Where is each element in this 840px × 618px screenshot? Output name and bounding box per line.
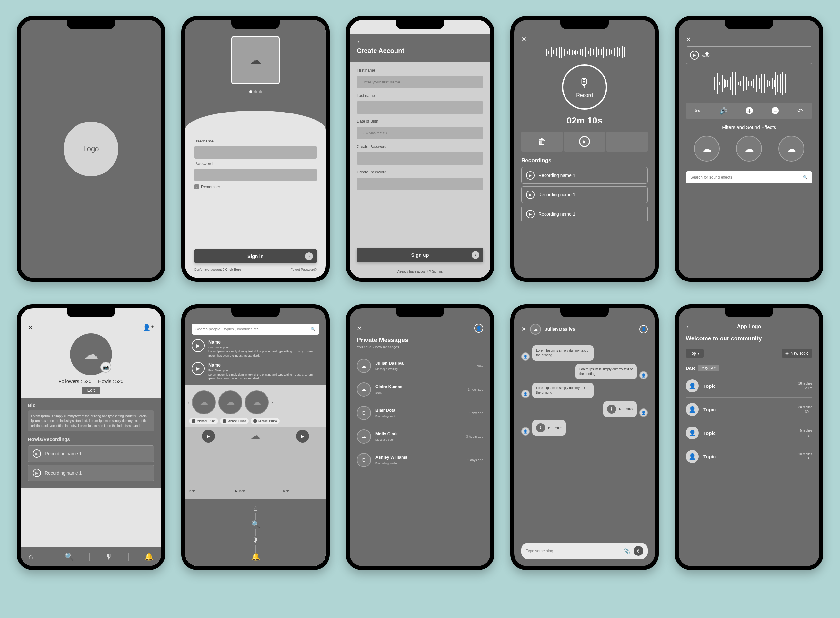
message-item[interactable]: ☁ Julian DasilvaMessage Waiting Now — [357, 354, 483, 378]
next-icon[interactable]: › — [271, 400, 273, 405]
profile-icon[interactable]: 👤 — [639, 325, 648, 333]
tab-record-icon[interactable]: 🎙 — [106, 553, 113, 561]
play-icon[interactable]: ▶ — [690, 51, 699, 59]
topic-item[interactable]: 👤 Topic 20 replies30 m — [686, 398, 812, 421]
play-icon[interactable]: ▶ — [33, 449, 41, 458]
filter-preset[interactable]: ☁ — [736, 136, 762, 162]
new-topic-button[interactable]: ✚ New Topic — [782, 349, 812, 358]
signin-link[interactable]: Already have account ? Sign in. — [357, 270, 483, 273]
sort-dropdown[interactable]: Top ▾ — [686, 349, 703, 358]
feed-post[interactable]: ▶ NamePost DescriptionLorem Ipsum is sim… — [192, 339, 319, 358]
recording-item[interactable]: ▶Recording name 1 — [521, 206, 648, 223]
topic-item[interactable]: 👤 Topic 5 replies2 h — [686, 421, 812, 445]
voice-message[interactable]: 🎙 ▶ 03:00 — [603, 401, 637, 417]
cut-icon[interactable]: ✂ — [695, 107, 701, 115]
message-input[interactable]: Type something 📎 🎙 — [521, 543, 648, 559]
tab-home-icon[interactable]: ⌂ — [253, 504, 258, 513]
username-input[interactable] — [194, 146, 317, 159]
message-item[interactable]: ☁ Molly ClarkMessage seen 3 hours ago — [357, 425, 483, 449]
date-dropdown[interactable]: May 13 ▾ — [698, 365, 719, 371]
prev-icon[interactable]: ‹ — [188, 400, 189, 405]
signin-button[interactable]: Sign in› — [194, 249, 317, 263]
waveform-editor[interactable] — [686, 69, 812, 98]
record-button[interactable]: 🎙 Record — [562, 64, 607, 110]
dob-input[interactable] — [357, 127, 483, 139]
avatar-icon: 👤 — [686, 379, 699, 392]
close-icon[interactable]: ✕ — [521, 325, 526, 333]
close-icon[interactable]: ✕ — [357, 324, 362, 332]
play-icon[interactable]: ▶ — [526, 210, 535, 218]
tab-home-icon[interactable]: ⌂ — [29, 553, 33, 561]
password2-input[interactable] — [357, 178, 483, 190]
firstname-input[interactable] — [357, 76, 483, 88]
user-chip[interactable]: Michael Bruno — [220, 418, 249, 424]
grid-item[interactable]: ▶Topic — [185, 426, 232, 496]
firstname-label: First name — [357, 68, 483, 73]
volume-icon[interactable]: 🔊 — [719, 107, 727, 115]
recording-item[interactable]: ▶Recording name 1 — [28, 465, 154, 481]
play-button[interactable]: ▶ — [564, 132, 605, 152]
lastname-input[interactable] — [357, 101, 483, 114]
tab-search-icon[interactable]: 🔍 — [65, 553, 73, 561]
message-item[interactable]: 🎙 Blair DotaRecording sent 1 day ago — [357, 401, 483, 425]
play-icon[interactable]: ▶ — [526, 171, 535, 180]
topic-item[interactable]: 👤 Topic 10 replies3 h — [686, 445, 812, 468]
tab-search-icon[interactable]: 🔍 — [251, 520, 260, 529]
recording-item[interactable]: ▶Recording name 1 — [521, 186, 648, 203]
profile-icon[interactable]: 👤 — [474, 324, 483, 333]
play-icon[interactable]: ▶ — [192, 362, 204, 375]
signup-button[interactable]: Sign up› — [357, 248, 483, 262]
back-icon[interactable]: ← — [686, 323, 692, 330]
story-item[interactable]: ☁ — [192, 391, 216, 414]
message-bubble: Lorem Ipsum is simply dummy text of the … — [575, 364, 637, 379]
tab-notifications-icon[interactable]: 🔔 — [144, 553, 153, 561]
close-icon[interactable]: ✕ — [521, 36, 648, 43]
avatar-icon: ☁ — [357, 359, 371, 373]
more-button[interactable] — [606, 132, 648, 152]
play-icon[interactable]: ▶ — [33, 469, 41, 477]
edit-button[interactable]: Edit — [82, 386, 100, 394]
audio-player[interactable]: ▶ 03:00 — [686, 46, 812, 64]
feed-post[interactable]: ▶ NamePost DescriptionLorem Ipsum is sim… — [192, 362, 319, 380]
story-item[interactable]: ☁ — [218, 391, 242, 414]
carousel-dots[interactable] — [249, 90, 262, 93]
play-icon[interactable]: ▶ — [192, 339, 204, 352]
undo-icon[interactable]: ↶ — [797, 107, 803, 115]
message-item[interactable]: ☁ Claire KumasSent 1 hour ago — [357, 378, 483, 401]
recording-item[interactable]: ▶Recording name 1 — [521, 167, 648, 184]
voice-message[interactable]: 🎙 ▶ 03:00 — [532, 420, 566, 435]
password1-input[interactable] — [357, 152, 483, 165]
remember-checkbox[interactable]: ✓Remember — [194, 184, 317, 189]
avatar-icon: ☁ — [357, 429, 371, 444]
password-input[interactable] — [194, 169, 317, 181]
close-icon[interactable]: ✕ — [686, 36, 812, 43]
grid-item[interactable]: ☁▶ Topic — [232, 426, 279, 496]
add-friend-icon[interactable]: 👤⁺ — [143, 324, 154, 331]
user-chip[interactable]: Michael Bruno — [251, 418, 280, 424]
message-item[interactable]: 🎙 Ashley WilliamsRecording waiting 2 day… — [357, 449, 483, 472]
create-account-link[interactable]: Don't have account ? Click Here — [194, 268, 241, 272]
remove-icon[interactable]: － — [771, 107, 779, 114]
back-icon[interactable]: ← — [357, 39, 483, 45]
attach-icon[interactable]: 📎 — [624, 548, 630, 554]
filter-preset[interactable]: ☁ — [778, 136, 804, 162]
tab-notifications-icon[interactable]: 🔔 — [251, 553, 260, 561]
story-item[interactable]: ☁ — [245, 391, 269, 414]
username-label: Username — [194, 139, 317, 143]
filter-preset[interactable]: ☁ — [694, 136, 720, 162]
add-icon[interactable]: ＋ — [746, 107, 753, 114]
search-effects-input[interactable]: Search for sound effects 🔍 — [686, 171, 812, 183]
recording-item[interactable]: ▶Recording name 1 — [28, 445, 154, 462]
play-icon[interactable]: ▶ — [526, 190, 535, 199]
grid-item[interactable]: ▶Topic — [279, 426, 326, 496]
forgot-password-link[interactable]: Forgot Password? — [290, 268, 317, 272]
close-icon[interactable]: ✕ — [28, 324, 33, 331]
topic-item[interactable]: 👤 Topic 16 replies20 m — [686, 374, 812, 398]
search-input[interactable]: Search people , topics , locations etc 🔍 — [192, 324, 319, 335]
tab-record-icon[interactable]: 🎙 — [252, 536, 259, 545]
user-chip[interactable]: Michael Bruno — [189, 418, 218, 424]
record-voice-button[interactable]: 🎙 — [633, 546, 643, 556]
delete-button[interactable]: 🗑 — [521, 132, 563, 152]
password-label: Password — [194, 161, 317, 166]
camera-icon[interactable]: 📷 — [100, 362, 111, 373]
